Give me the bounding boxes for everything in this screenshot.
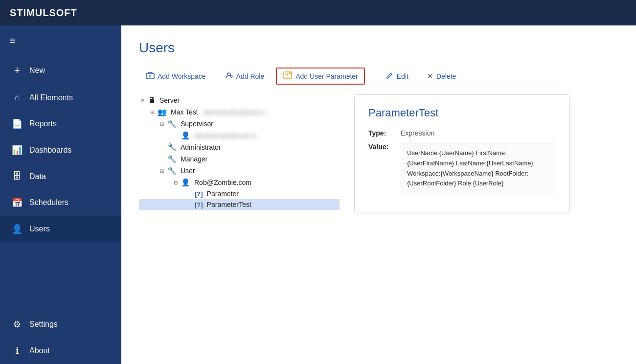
sidebar-item-data-label: Data [29,172,110,181]
tree-node-administrator[interactable]: 🔧 Administrator [139,141,340,153]
detail-type-label: Type: [368,129,393,137]
sidebar-item-about[interactable]: ℹ About [0,338,121,364]
add-role-button[interactable]: Add Role [218,68,272,84]
expand-icon-rob[interactable]: ⊟ [172,180,179,185]
edit-button[interactable]: Edit [379,68,415,84]
users-icon: 👤 [12,224,23,234]
role-icon-manager: 🔧 [167,155,177,163]
expand-icon-user-role[interactable]: ⊟ [159,168,165,174]
sidebar-item-all-elements[interactable]: ⌂ All Elements [0,85,121,111]
detail-card-title: ParameterTest [368,107,555,119]
add-user-param-icon: ? [283,71,293,81]
plus-icon: + [12,64,23,77]
detail-value-label: Value: [368,143,393,151]
sidebar-item-schedulers-label: Schedulers [29,198,110,207]
tree-panel: ⊟ 🖥 Server ⊟ 👥 Max Test administrator@ma… [139,94,344,354]
tree-label-rob: Rob@Zombie.com [194,179,251,186]
user-icon-sup: 👤 [181,131,190,140]
user-group-icon: 👥 [158,108,167,116]
tree-label-max-test: Max Test [171,108,198,116]
sidebar-item-dashboards[interactable]: 📊 Dashboards [0,137,121,163]
detail-type-row: Type: Expression [368,129,555,137]
tree-label-administrator: Administrator [181,143,221,151]
tree-node-parametertest[interactable]: [?] ParameterTest [139,199,340,210]
delete-button[interactable]: ✕ Delete [420,68,463,84]
detail-value-row: Value: UserName:{UserName} FirstName:{Us… [368,143,555,194]
expand-icon-max-test[interactable]: ⊟ [149,110,156,115]
edit-label: Edit [397,72,409,80]
content-area: Users Add Workspace [121,25,636,364]
sidebar-spacer [0,242,121,311]
tree-node-rob-zombie[interactable]: ⊟ 👤 Rob@Zombie.com [139,177,340,188]
tree-label-parametertest: ParameterTest [207,201,251,208]
page-title: Users [139,40,618,56]
settings-icon: ⚙ [12,319,23,330]
tree-label-manager: Manager [181,155,207,163]
app-logo: STIMULSOFT [10,7,77,19]
detail-value-box: UserName:{UserName} FirstName:{UserFirst… [401,143,555,194]
detail-value-text: UserName:{UserName} FirstName:{UserFirst… [407,149,533,187]
report-icon: 📄 [12,118,23,129]
add-role-label: Add Role [236,72,265,80]
tree-node-max-test[interactable]: ⊟ 👥 Max Test administrator@mail.ru [139,106,340,118]
expand-icon-server[interactable]: ⊟ [139,98,146,103]
sidebar-item-data[interactable]: 🗄 Data [0,163,121,189]
tree-label-supervisor-email: administrator@mail.ru [194,132,256,139]
server-icon: 🖥 [148,96,156,105]
param-icon-parameter: [?] [195,190,203,198]
role-icon-supervisor: 🔧 [167,119,177,128]
svg-point-2 [227,73,230,76]
add-workspace-label: Add Workspace [158,72,206,80]
sidebar-item-dashboards-label: Dashboards [29,146,110,155]
hamburger-menu[interactable]: ≡ [0,30,121,56]
tree-label-max-test-email: administrator@mail.ru [203,109,265,116]
role-icon-administrator: 🔧 [167,143,177,152]
tree-label-user-role: User [181,167,195,175]
about-icon: ℹ [12,345,23,356]
detail-type-value: Expression [401,129,434,137]
add-user-parameter-button[interactable]: ? Add User Parameter [276,68,365,85]
body-row: ⊟ 🖥 Server ⊟ 👥 Max Test administrator@ma… [139,94,618,354]
user-icon-rob: 👤 [181,178,190,187]
topbar: STIMULSOFT [0,0,636,25]
sidebar-item-new-label: New [29,66,45,75]
sidebar-item-reports[interactable]: 📄 Reports [0,111,121,137]
tree-label-server: Server [159,96,180,104]
tree-node-server[interactable]: ⊟ 🖥 Server [139,94,340,106]
tree-node-supervisor-email[interactable]: 👤 administrator@mail.ru [139,130,340,141]
sidebar-item-users[interactable]: 👤 Users [0,216,121,242]
sidebar-item-about-label: About [29,346,110,355]
scheduler-icon: 📅 [12,197,23,208]
sidebar-item-settings[interactable]: ⚙ Settings [0,311,121,338]
sidebar: ≡ + New ⌂ All Elements 📄 Reports 📊 Dashb… [0,25,121,364]
delete-icon: ✕ [427,72,433,81]
tree-node-manager[interactable]: 🔧 Manager [139,153,340,165]
sidebar-item-schedulers[interactable]: 📅 Schedulers [0,189,121,216]
tree-node-parameter[interactable]: [?] Parameter [139,188,340,199]
sidebar-item-users-label: Users [29,225,110,233]
delete-label: Delete [436,72,456,80]
tree-node-user-role[interactable]: ⊟ 🔧 User [139,165,340,177]
expand-icon-supervisor[interactable]: ⊟ [159,121,165,127]
tree-label-supervisor: Supervisor [181,120,213,128]
add-workspace-button[interactable]: Add Workspace [139,68,213,85]
add-user-parameter-label: Add User Parameter [295,72,358,80]
sidebar-item-settings-label: Settings [29,320,110,329]
tree-label-parameter: Parameter [207,190,239,198]
add-workspace-icon [146,71,155,81]
sidebar-item-reports-label: Reports [29,119,110,128]
main-layout: ≡ + New ⌂ All Elements 📄 Reports 📊 Dashb… [0,25,636,364]
dashboard-icon: 📊 [12,145,23,156]
add-role-icon [225,71,233,81]
param-icon-parametertest: [?] [195,201,203,208]
sidebar-item-new[interactable]: + New [0,56,121,85]
tree-node-supervisor[interactable]: ⊟ 🔧 Supervisor [139,118,340,130]
svg-text:?: ? [285,73,288,78]
toolbar-separator [372,70,372,82]
toolbar: Add Workspace Add Role ? [139,68,618,85]
sidebar-item-all-elements-label: All Elements [29,93,110,102]
data-icon: 🗄 [12,171,23,182]
detail-card: ParameterTest Type: Expression Value: Us… [354,94,569,212]
edit-icon [386,71,394,81]
home-icon: ⌂ [12,92,23,103]
